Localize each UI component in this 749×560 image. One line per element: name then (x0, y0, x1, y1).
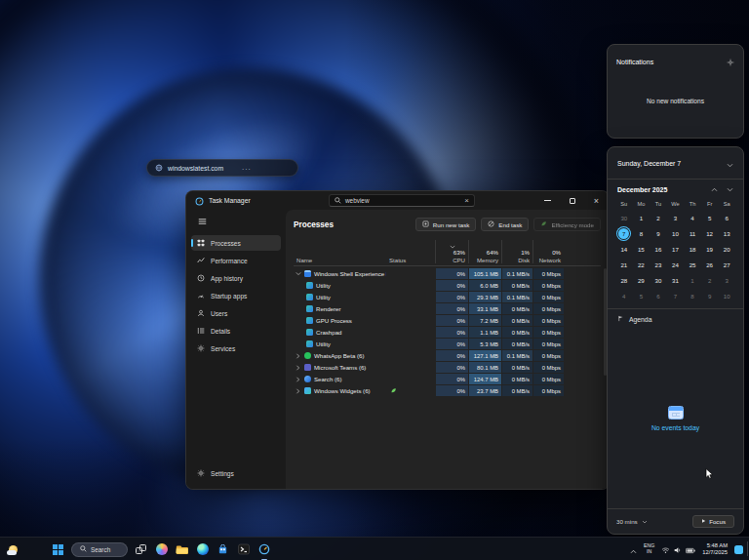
close-button[interactable]: × (584, 191, 609, 210)
column-network[interactable]: 0% Network (532, 240, 564, 263)
focus-duration-dropdown[interactable]: 30 mins (616, 518, 648, 525)
calendar-day[interactable]: 15 (633, 242, 650, 257)
calendar-day[interactable]: 2 (650, 211, 667, 225)
focus-button[interactable]: Focus (692, 515, 734, 528)
calendar-day[interactable]: 6 (718, 211, 735, 225)
column-status[interactable]: Status (386, 257, 435, 263)
calendar-day[interactable]: 20 (718, 242, 735, 257)
calendar-day[interactable]: 19 (701, 242, 719, 257)
sidebar-item-startup-apps[interactable]: Startup apps (191, 288, 281, 303)
chevron-right-icon[interactable] (295, 388, 301, 394)
process-row[interactable]: Microsoft Teams (6) 0% 80.1 MB 0 MB/s 0 … (294, 362, 601, 373)
hidden-icons-chevron[interactable] (630, 540, 637, 558)
collapse-chevron-icon[interactable] (727, 154, 733, 172)
widgets-button[interactable] (5, 541, 20, 557)
language-indicator[interactable]: ENG IN (644, 543, 654, 555)
process-row[interactable]: Crashpad 0% 1.1 MB 0 MB/s 0 Mbps (294, 327, 601, 338)
task-view-button[interactable] (134, 542, 148, 557)
process-row[interactable]: Windows Shell Experience Ho... 0% 105.1 … (294, 268, 601, 279)
notification-settings-icon[interactable] (727, 53, 734, 70)
chevron-down-icon[interactable] (295, 271, 301, 276)
calendar-day[interactable]: 1 (684, 273, 701, 288)
process-row[interactable]: Renderer 0% 33.1 MB 0 MB/s 0 Mbps (294, 303, 601, 314)
calendar-day[interactable]: 16 (650, 242, 667, 257)
calendar-day[interactable]: 13 (718, 226, 735, 241)
calendar-day[interactable]: 26 (701, 258, 719, 272)
calendar-day[interactable]: 17 (667, 242, 685, 257)
process-row[interactable]: Utility 0% 5.3 MB 0 MB/s 0 Mbps (294, 339, 601, 349)
clock[interactable]: 5:48 AM 12/7/2025 (702, 542, 728, 556)
prev-month-chevron-icon[interactable] (711, 187, 718, 192)
calendar-day[interactable]: 27 (718, 258, 735, 272)
sidebar-item-processes[interactable]: Processes (191, 235, 281, 251)
start-button[interactable] (51, 542, 65, 557)
process-row[interactable]: Utility 0% 29.3 MB 0.1 MB/s 0 Mbps (294, 292, 601, 302)
sidebar-item-services[interactable]: Services (191, 340, 281, 356)
calendar-day[interactable]: 14 (615, 242, 633, 257)
calendar-day[interactable]: 29 (633, 273, 650, 288)
process-row[interactable]: Utility 0% 6.0 MB 0 MB/s 0 Mbps (294, 280, 601, 291)
chevron-right-icon[interactable] (295, 365, 301, 371)
calendar-day[interactable]: 9 (650, 226, 667, 241)
title-bar[interactable]: Task Manager webview × × (186, 191, 609, 210)
copilot-button[interactable] (154, 542, 169, 557)
task-manager-search-input[interactable]: webview × (329, 194, 475, 207)
chevron-right-icon[interactable] (295, 353, 301, 359)
calendar-day[interactable]: 31 (667, 273, 685, 288)
sidebar-item-app-history[interactable]: App history (191, 270, 281, 286)
process-row[interactable]: WhatsApp Beta (6) 0% 127.1 MB 0.1 MB/s 0… (294, 350, 601, 361)
calendar-day[interactable]: 24 (667, 258, 685, 272)
end-task-button[interactable]: End task (481, 218, 529, 231)
calendar-day[interactable]: 3 (718, 273, 735, 288)
file-explorer-button[interactable] (175, 542, 189, 557)
calendar-day[interactable]: 1 (633, 211, 650, 225)
column-disk[interactable]: 1% Disk (501, 240, 532, 263)
terminal-button[interactable] (236, 542, 251, 557)
calendar-day[interactable]: 5 (701, 211, 719, 225)
calendar-day[interactable]: 23 (650, 258, 667, 272)
run-new-task-button[interactable]: Run new task (415, 218, 477, 231)
calendar-day[interactable]: 3 (667, 211, 685, 225)
sidebar-item-details[interactable]: Details (191, 323, 281, 339)
chevron-right-icon[interactable] (295, 377, 301, 382)
calendar-day[interactable]: 2 (701, 273, 719, 288)
calendar-day[interactable]: 30 (650, 273, 667, 288)
calendar-day[interactable]: 22 (633, 258, 650, 272)
column-cpu[interactable]: 63% CPU (435, 240, 468, 263)
calendar-day[interactable]: 21 (615, 258, 633, 272)
calendar-day[interactable]: 25 (684, 258, 701, 272)
calendar-day[interactable]: 10 (667, 226, 685, 241)
calendar-day[interactable]: 9 (701, 289, 719, 303)
column-memory[interactable]: 64% Memory (468, 240, 501, 263)
task-manager-taskbar-button[interactable] (256, 542, 271, 557)
sidebar-item-performance[interactable]: Performance (191, 253, 281, 268)
calendar-day-selected[interactable]: 7 (615, 226, 633, 241)
calendar-day[interactable]: 11 (684, 226, 701, 241)
calendar-day[interactable]: 5 (633, 289, 650, 303)
calendar-day[interactable]: 28 (615, 273, 633, 288)
notification-badge[interactable] (734, 545, 743, 554)
maximize-button[interactable] (560, 191, 584, 210)
calendar-day[interactable]: 12 (701, 226, 719, 241)
store-button[interactable] (216, 542, 230, 557)
sidebar-item-users[interactable]: Users (191, 305, 281, 321)
calendar-day[interactable]: 18 (684, 242, 701, 257)
calendar-day[interactable]: 6 (650, 289, 667, 303)
process-row[interactable]: GPU Process 0% 7.2 MB 0 MB/s 0 Mbps (294, 315, 601, 326)
calendar-day[interactable]: 4 (615, 289, 633, 303)
sidebar-item-settings[interactable]: Settings (191, 465, 281, 481)
calendar-day[interactable]: 7 (667, 289, 685, 303)
clear-search-icon[interactable]: × (464, 197, 469, 205)
column-name[interactable]: Name (294, 257, 386, 263)
edge-button[interactable] (195, 542, 210, 557)
calendar-day[interactable]: 30 (615, 211, 633, 225)
calendar-day[interactable]: 8 (633, 226, 650, 241)
more-icon[interactable]: ... (242, 165, 252, 171)
process-row[interactable]: Search (6) 0% 124.7 MB 0 MB/s 0 Mbps (294, 374, 601, 384)
watermark-pill[interactable]: windowslatest.com ... (146, 159, 298, 177)
menu-icon[interactable] (191, 215, 281, 228)
minimize-button[interactable] (535, 191, 560, 210)
calendar-day[interactable]: 10 (718, 289, 735, 303)
quick-settings[interactable] (661, 540, 695, 558)
calendar-day[interactable]: 8 (684, 289, 701, 303)
